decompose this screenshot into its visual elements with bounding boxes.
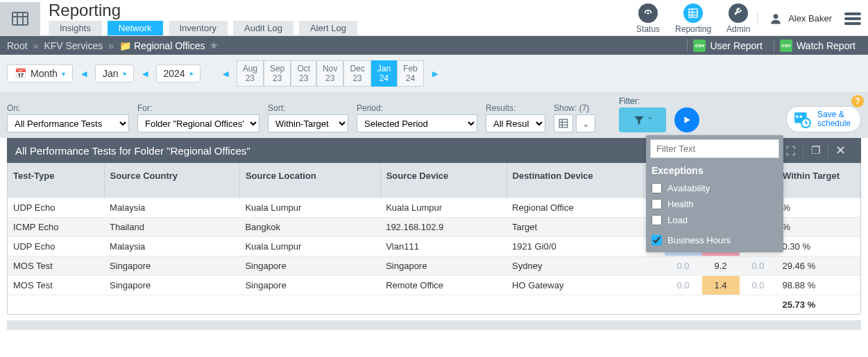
breadcrumb-item[interactable]: KFV Services <box>44 40 103 51</box>
chevron-down-icon: ▾ <box>62 70 65 78</box>
csv-icon: csv <box>693 40 706 52</box>
breadcrumb: Root » KFV Services » 📁 Regional Offices… <box>0 36 868 55</box>
exception-health-checkbox[interactable]: Health <box>650 196 779 212</box>
user-info[interactable]: Alex Baker <box>757 12 832 26</box>
month-feb[interactable]: Feb24 <box>397 60 424 87</box>
save-schedule-button[interactable]: Save &schedule <box>786 106 861 132</box>
month-sep[interactable]: Sep23 <box>264 60 291 87</box>
exception-availability-checkbox[interactable]: Availability <box>650 180 779 196</box>
calendar-icon: 📅 <box>15 68 26 79</box>
tab-insights[interactable]: Insights <box>49 21 102 35</box>
filter-popover: Exceptions AvailabilityHealthLoad Busine… <box>646 135 783 252</box>
svg-rect-14 <box>796 116 798 118</box>
month-jan[interactable]: Jan24 <box>371 60 397 87</box>
date-bar: 📅 Month ▾ ◀ Jan ▾ ◀ 2024 ▾ ◀ Aug23Sep23O… <box>0 55 868 92</box>
admin-action[interactable]: Admin <box>726 3 750 34</box>
watch-report-link[interactable]: csvWatch Report <box>774 40 861 52</box>
favorite-icon[interactable]: ★ <box>209 39 219 52</box>
column-header[interactable]: Destination Device <box>507 164 664 198</box>
menu-icon[interactable] <box>844 10 861 27</box>
svg-rect-4 <box>689 9 697 17</box>
column-header[interactable]: Source Country <box>104 164 239 198</box>
results-select[interactable]: All Results <box>486 114 545 132</box>
months-prev-arrow[interactable]: ◀ <box>217 63 234 84</box>
status-action[interactable]: Status <box>636 3 660 34</box>
user-report-link[interactable]: csvUser Report <box>687 40 767 52</box>
chevron-right-icon: ▾ <box>187 72 195 76</box>
tab-audit-log[interactable]: Audit Log <box>233 21 293 35</box>
month-dec[interactable]: Dec23 <box>343 60 371 87</box>
schedule-icon <box>792 110 812 129</box>
period-selector[interactable]: Jan ▾ <box>95 64 134 82</box>
chevron-right-icon: ▾ <box>121 72 128 76</box>
show-expand-button[interactable]: ⌄ <box>576 114 595 132</box>
user-name: Alex Baker <box>788 13 832 24</box>
footer-bar <box>7 320 861 330</box>
column-header[interactable]: Within Target <box>777 164 860 198</box>
tab-network[interactable]: Network <box>108 21 163 35</box>
show-grid-button[interactable] <box>554 114 573 132</box>
column-header[interactable]: Source Device <box>380 164 507 198</box>
tabs: InsightsNetworkInventoryAudit LogAlert L… <box>49 21 636 35</box>
month-oct[interactable]: Oct23 <box>291 60 316 87</box>
page-title: Reporting <box>49 1 636 19</box>
tab-alert-log[interactable]: Alert Log <box>299 21 357 35</box>
table-title: All Performance Tests for Folder "Region… <box>15 145 250 157</box>
column-header[interactable]: Test-Type <box>8 164 104 198</box>
svg-rect-9 <box>559 119 568 128</box>
months-next-arrow[interactable]: ▶ <box>427 63 443 84</box>
filter-text-input[interactable] <box>650 139 779 158</box>
period-select[interactable]: Selected Period <box>357 114 477 132</box>
svg-rect-15 <box>800 116 802 118</box>
windows-button[interactable]: ❐ <box>803 142 828 159</box>
help-icon[interactable]: ? <box>851 95 864 107</box>
top-bar: Reporting InsightsNetworkInventoryAudit … <box>0 0 868 36</box>
csv-icon: csv <box>780 40 792 52</box>
sort-select[interactable]: Within-Target <box>268 114 348 132</box>
run-button[interactable] <box>674 107 699 132</box>
for-select[interactable]: Folder "Regional Offices" <box>137 114 259 132</box>
breadcrumb-root[interactable]: Root <box>7 40 28 51</box>
prev-year-arrow[interactable]: ◀ <box>137 63 153 84</box>
exception-load-checkbox[interactable]: Load <box>650 212 779 228</box>
tab-inventory[interactable]: Inventory <box>169 21 228 35</box>
business-hours-checkbox[interactable]: Business Hours <box>650 228 779 248</box>
close-button[interactable]: ✕ <box>828 142 853 159</box>
filter-bar: On: All Performance Tests For: Folder "R… <box>0 92 868 138</box>
column-header[interactable]: Source Location <box>239 164 380 198</box>
prev-arrow[interactable]: ◀ <box>76 63 92 84</box>
app-icon[interactable] <box>0 2 40 35</box>
table-row[interactable]: MOS TestSingaporeSingaporeSingaporeSydne… <box>8 256 860 276</box>
table-row[interactable]: MOS TestSingaporeSingaporeRemote OfficeH… <box>8 276 860 295</box>
exceptions-heading: Exceptions <box>652 165 778 176</box>
table-footer-row: 25.73 % <box>8 295 860 315</box>
month-nov[interactable]: Nov23 <box>316 60 343 87</box>
range-selector[interactable]: 📅 Month ▾ <box>7 64 73 82</box>
filter-toggle-button[interactable]: ⌃ <box>619 107 666 132</box>
svg-rect-0 <box>12 12 28 25</box>
year-selector[interactable]: 2024 ▾ <box>156 64 201 82</box>
folder-icon: 📁 <box>119 40 131 51</box>
reporting-action[interactable]: Reporting <box>675 3 711 34</box>
svg-point-8 <box>774 14 778 19</box>
on-select[interactable]: All Performance Tests <box>7 114 129 132</box>
breadcrumb-current[interactable]: Regional Offices <box>134 40 205 51</box>
month-aug[interactable]: Aug23 <box>237 60 264 87</box>
